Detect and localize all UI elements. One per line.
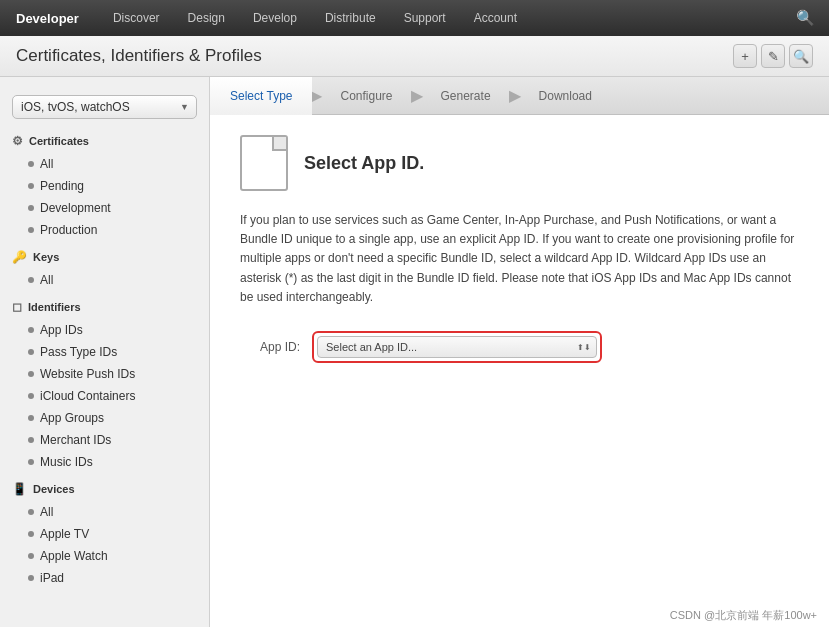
sidebar-section-certificates: ⚙ Certificates All Pending Development P… [0, 129, 209, 241]
nav-links: Discover Design Develop Distribute Suppo… [99, 0, 792, 36]
nav-distribute[interactable]: Distribute [311, 0, 390, 36]
app-id-label: App ID: [240, 340, 300, 354]
platform-select-wrap: iOS, tvOS, watchOS macOS tvOS [0, 87, 209, 129]
header-actions: + ✎ 🔍 [733, 44, 813, 68]
app-id-select[interactable]: Select an App ID... Wildcard App ID (*) [317, 336, 597, 358]
dot-icon [28, 415, 34, 421]
sidebar-item-devices-all[interactable]: All [0, 501, 209, 523]
sidebar-item-certs-production[interactable]: Production [0, 219, 209, 241]
logo: Developer [10, 11, 79, 26]
step-download[interactable]: Download [519, 77, 612, 115]
step-configure[interactable]: Configure [320, 77, 412, 115]
dot-icon [28, 553, 34, 559]
sidebar-item-website-push-ids[interactable]: Website Push IDs [0, 363, 209, 385]
sidebar-item-music-ids[interactable]: Music IDs [0, 451, 209, 473]
sidebar-item-apple-tv[interactable]: Apple TV [0, 523, 209, 545]
dot-icon [28, 349, 34, 355]
dot-icon [28, 575, 34, 581]
keys-header: 🔑 Keys [0, 245, 209, 269]
certs-production-label: Production [40, 223, 97, 237]
nav-design[interactable]: Design [174, 0, 239, 36]
identifiers-header: ◻ Identifiers [0, 295, 209, 319]
title-row: Select App ID. [240, 135, 799, 191]
dot-icon [28, 371, 34, 377]
nav-support[interactable]: Support [390, 0, 460, 36]
sidebar-item-certs-pending[interactable]: Pending [0, 175, 209, 197]
platform-select[interactable]: iOS, tvOS, watchOS macOS tvOS [12, 95, 197, 119]
sidebar-item-merchant-ids[interactable]: Merchant IDs [0, 429, 209, 451]
devices-header: 📱 Devices [0, 477, 209, 501]
app-id-select-wrapper: Select an App ID... Wildcard App ID (*) [312, 331, 602, 363]
music-ids-label: Music IDs [40, 455, 93, 469]
nav-develop[interactable]: Develop [239, 0, 311, 36]
sidebar: iOS, tvOS, watchOS macOS tvOS ⚙ Certific… [0, 77, 210, 627]
certificates-label: Certificates [29, 135, 89, 147]
certificates-header: ⚙ Certificates [0, 129, 209, 153]
devices-all-label: All [40, 505, 53, 519]
step-select-type-label: Select Type [230, 89, 292, 103]
merchant-ids-label: Merchant IDs [40, 433, 111, 447]
search-button[interactable]: 🔍 [789, 44, 813, 68]
nav-discover[interactable]: Discover [99, 0, 174, 36]
certs-pending-label: Pending [40, 179, 84, 193]
sidebar-item-apple-watch[interactable]: Apple Watch [0, 545, 209, 567]
sidebar-item-icloud-containers[interactable]: iCloud Containers [0, 385, 209, 407]
sidebar-item-certs-all[interactable]: All [0, 153, 209, 175]
keys-icon: 🔑 [12, 250, 27, 264]
app-id-select-container: Select an App ID... Wildcard App ID (*) [317, 336, 597, 358]
step-configure-label: Configure [340, 89, 392, 103]
apple-watch-label: Apple Watch [40, 549, 108, 563]
identifiers-icon: ◻ [12, 300, 22, 314]
identifiers-label: Identifiers [28, 301, 81, 313]
devices-label: Devices [33, 483, 75, 495]
logo-text: Developer [16, 11, 79, 26]
dot-icon [28, 277, 34, 283]
certificates-icon: ⚙ [12, 134, 23, 148]
certs-all-label: All [40, 157, 53, 171]
sub-header: Certificates, Identifiers & Profiles + ✎… [0, 36, 829, 77]
dot-icon [28, 327, 34, 333]
step-generate[interactable]: Generate [421, 77, 511, 115]
nav-account[interactable]: Account [460, 0, 531, 36]
apple-tv-label: Apple TV [40, 527, 89, 541]
sidebar-item-certs-development[interactable]: Development [0, 197, 209, 219]
dot-icon [28, 161, 34, 167]
app-id-row: App ID: Select an App ID... Wildcard App… [240, 331, 799, 363]
document-icon [240, 135, 288, 191]
dot-icon [28, 509, 34, 515]
add-button[interactable]: + [733, 44, 757, 68]
website-push-ids-label: Website Push IDs [40, 367, 135, 381]
sidebar-item-pass-type-ids[interactable]: Pass Type IDs [0, 341, 209, 363]
steps-bar: Select Type ▶ Configure ▶ Generate ▶ Dow… [210, 77, 829, 115]
search-icon[interactable]: 🔍 [792, 9, 819, 27]
main-area: iOS, tvOS, watchOS macOS tvOS ⚙ Certific… [0, 77, 829, 627]
step-select-type[interactable]: Select Type [210, 77, 312, 115]
content-area: Select Type ▶ Configure ▶ Generate ▶ Dow… [210, 77, 829, 627]
content-body: Select App ID. If you plan to use servic… [210, 115, 829, 627]
dot-icon [28, 531, 34, 537]
sidebar-section-keys: 🔑 Keys All [0, 245, 209, 291]
step-download-label: Download [539, 89, 592, 103]
pass-type-ids-label: Pass Type IDs [40, 345, 117, 359]
app-ids-label: App IDs [40, 323, 83, 337]
dot-icon [28, 459, 34, 465]
description-text: If you plan to use services such as Game… [240, 211, 799, 307]
step-generate-label: Generate [441, 89, 491, 103]
sidebar-item-ipad[interactable]: iPad [0, 567, 209, 589]
dot-icon [28, 227, 34, 233]
dot-icon [28, 393, 34, 399]
edit-button[interactable]: ✎ [761, 44, 785, 68]
icloud-containers-label: iCloud Containers [40, 389, 135, 403]
sidebar-section-devices: 📱 Devices All Apple TV Apple Watch iPad [0, 477, 209, 589]
dot-icon [28, 205, 34, 211]
sidebar-item-keys-all[interactable]: All [0, 269, 209, 291]
certs-development-label: Development [40, 201, 111, 215]
keys-all-label: All [40, 273, 53, 287]
keys-label: Keys [33, 251, 59, 263]
sidebar-item-app-ids[interactable]: App IDs [0, 319, 209, 341]
sidebar-item-app-groups[interactable]: App Groups [0, 407, 209, 429]
platform-select-wrapper: iOS, tvOS, watchOS macOS tvOS [12, 95, 197, 119]
ipad-label: iPad [40, 571, 64, 585]
devices-icon: 📱 [12, 482, 27, 496]
page-title: Certificates, Identifiers & Profiles [16, 46, 262, 66]
